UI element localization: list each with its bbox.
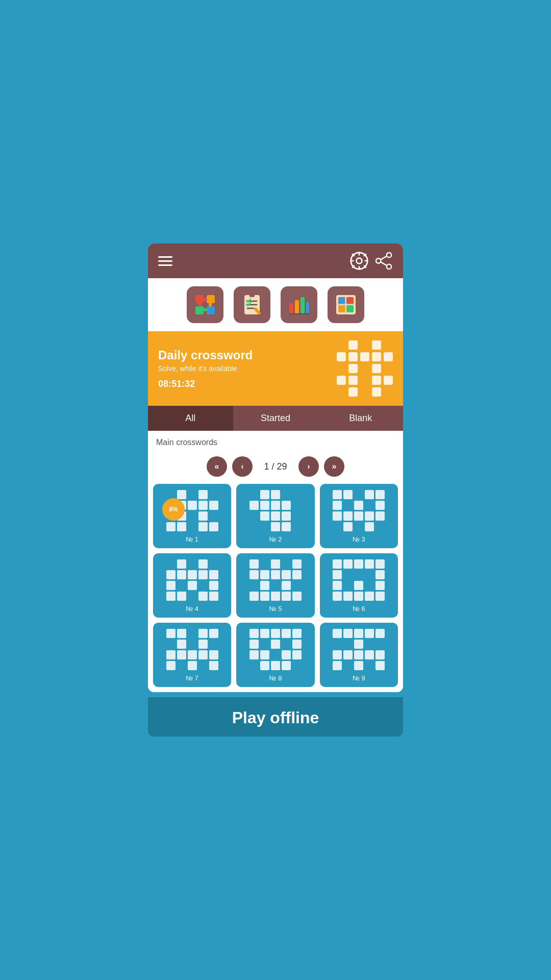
crossword-label-7: № 7: [186, 674, 198, 682]
crossword-preview-6: [333, 559, 385, 601]
svg-rect-20: [203, 308, 207, 311]
svg-rect-24: [249, 294, 255, 297]
header-actions: [350, 252, 393, 270]
crossword-preview-7: [166, 629, 218, 670]
tab-checklist[interactable]: [234, 286, 270, 323]
crossword-label-9: № 9: [353, 674, 365, 682]
crossword-grid: 8% № 1 № 2: [153, 484, 398, 687]
svg-rect-37: [338, 305, 345, 312]
crossword-preview-8: [249, 629, 302, 670]
crossword-label-3: № 3: [353, 535, 365, 543]
first-page-button[interactable]: «: [207, 456, 227, 477]
crossword-label-8: № 8: [269, 674, 282, 682]
crossword-preview-3: [333, 490, 385, 531]
crossword-card-6[interactable]: № 6: [320, 553, 398, 618]
crossword-card-2[interactable]: № 2: [236, 484, 314, 548]
svg-point-10: [387, 253, 391, 257]
crossword-label-5: № 5: [269, 605, 282, 612]
icon-tabs: [148, 278, 403, 331]
daily-crossword-text: Daily crossword Solve, while it's availa…: [158, 348, 253, 389]
tab-puzzle[interactable]: [187, 286, 223, 323]
prev-page-button[interactable]: ‹: [232, 456, 253, 477]
svg-rect-18: [207, 306, 215, 314]
crossword-label-4: № 4: [186, 605, 198, 612]
menu-button[interactable]: [158, 256, 172, 266]
svg-line-13: [381, 256, 386, 260]
svg-line-14: [381, 262, 386, 265]
filter-all[interactable]: All: [148, 406, 233, 431]
daily-subtitle: Solve, while it's available: [158, 364, 253, 373]
page-info: 1 / 29: [258, 461, 293, 472]
crossword-card-1[interactable]: 8% № 1: [153, 484, 231, 548]
svg-point-12: [387, 264, 391, 269]
tab-stats[interactable]: [281, 286, 317, 323]
crossword-label-6: № 6: [353, 605, 365, 612]
crossword-card-4[interactable]: № 4: [153, 553, 231, 618]
svg-rect-19: [203, 298, 207, 301]
app-header: [148, 243, 403, 278]
svg-rect-35: [338, 297, 345, 304]
svg-rect-22: [209, 303, 212, 307]
settings-icon[interactable]: [350, 252, 368, 270]
tab-album[interactable]: [328, 286, 364, 323]
crossword-preview-5: [249, 559, 302, 601]
svg-point-1: [357, 258, 362, 264]
next-page-button[interactable]: ›: [298, 456, 319, 477]
last-page-button[interactable]: »: [324, 456, 344, 477]
progress-badge-1: 8%: [162, 498, 185, 521]
share-icon[interactable]: [375, 252, 393, 270]
daily-title: Daily crossword: [158, 348, 253, 362]
svg-rect-15: [195, 295, 204, 303]
bottom-bar-text: Play offline: [232, 708, 319, 727]
crossword-preview-4: [166, 559, 218, 601]
crossword-card-9[interactable]: № 9: [320, 623, 398, 687]
svg-point-11: [376, 258, 381, 263]
bottom-bar: Play offline: [148, 697, 403, 737]
crossword-card-8[interactable]: № 8: [236, 623, 314, 687]
svg-rect-30: [295, 300, 299, 313]
section-title: Main crosswords: [148, 431, 403, 451]
pagination: « ‹ 1 / 29 › »: [148, 451, 403, 484]
crossword-label-1: № 1: [186, 535, 198, 543]
svg-rect-38: [346, 305, 354, 312]
svg-rect-29: [289, 303, 293, 313]
crossword-card-3[interactable]: № 3: [320, 484, 398, 548]
svg-rect-32: [306, 302, 309, 313]
crossword-preview-9: [333, 629, 385, 670]
svg-rect-21: [198, 303, 202, 307]
crossword-preview-2: [249, 490, 302, 531]
filter-blank[interactable]: Blank: [318, 406, 403, 431]
crossword-card-7[interactable]: № 7: [153, 623, 231, 687]
daily-timer: 08:51:32: [158, 379, 253, 389]
filter-tabs: All Started Blank: [148, 406, 403, 431]
daily-grid-preview: [337, 340, 393, 397]
svg-rect-16: [207, 295, 215, 303]
svg-rect-36: [346, 297, 354, 304]
svg-rect-31: [300, 297, 305, 313]
filter-started[interactable]: Started: [233, 406, 318, 431]
crosswords-section: 8% № 1 № 2: [148, 484, 403, 692]
daily-crossword-banner[interactable]: Daily crossword Solve, while it's availa…: [148, 331, 403, 406]
svg-rect-17: [195, 306, 204, 314]
crossword-label-2: № 2: [269, 535, 282, 543]
crossword-card-5[interactable]: № 5: [236, 553, 314, 618]
